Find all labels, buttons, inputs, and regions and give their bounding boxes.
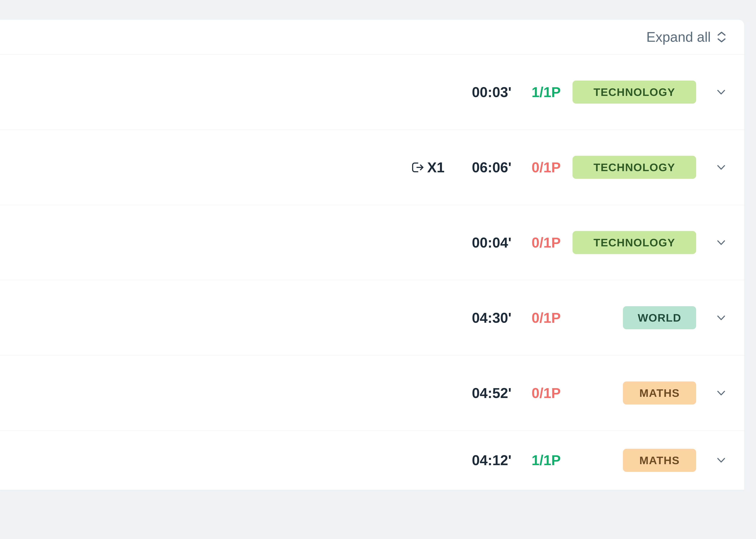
score-value: 0/1P	[523, 310, 561, 326]
time-value: 04:30'	[462, 310, 512, 326]
result-row[interactable]: 04:30' 0/1P WORLD	[0, 280, 744, 355]
time-value: 04:52'	[462, 385, 512, 401]
score-value: 0/1P	[523, 235, 561, 251]
result-row[interactable]: 04:12' 1/1P MATHS	[0, 431, 744, 490]
chevron-down-icon[interactable]	[716, 162, 726, 173]
score-value: 0/1P	[523, 385, 561, 401]
category-tag: TECHNOLOGY	[573, 156, 696, 179]
time-value: 04:12'	[462, 452, 512, 468]
category-tag: TECHNOLOGY	[573, 231, 696, 254]
result-row[interactable]: X1 06:06' 0/1P TECHNOLOGY	[0, 130, 744, 205]
results-panel: Expand all 00:03' 1/1P TECHNOLOGY X1 06:…	[0, 20, 744, 490]
expand-collapse-icon	[717, 31, 726, 43]
time-value: 00:03'	[462, 84, 512, 100]
expand-all-button[interactable]: Expand all	[646, 29, 726, 45]
result-row[interactable]: 00:04' 0/1P TECHNOLOGY	[0, 205, 744, 280]
score-value: 0/1P	[523, 159, 561, 176]
time-value: 06:06'	[462, 159, 512, 176]
panel-header: Expand all	[0, 20, 744, 54]
score-value: 1/1P	[523, 84, 561, 100]
score-value: 1/1P	[523, 452, 561, 468]
exit-count: X1	[427, 159, 445, 176]
expand-all-label: Expand all	[646, 29, 711, 45]
result-row[interactable]: 00:03' 1/1P TECHNOLOGY	[0, 54, 744, 130]
chevron-down-icon[interactable]	[716, 313, 726, 323]
chevron-down-icon[interactable]	[716, 87, 726, 98]
result-row[interactable]: 04:52' 0/1P MATHS	[0, 355, 744, 431]
time-value: 00:04'	[462, 235, 512, 251]
category-tag: TECHNOLOGY	[573, 81, 696, 104]
category-tag: MATHS	[623, 449, 696, 472]
category-tag: WORLD	[623, 306, 696, 329]
category-tag: MATHS	[623, 381, 696, 405]
chevron-down-icon[interactable]	[716, 388, 726, 398]
chevron-down-icon[interactable]	[716, 237, 726, 248]
exit-icon	[411, 160, 425, 175]
exit-indicator: X1	[411, 159, 445, 176]
chevron-down-icon[interactable]	[716, 455, 726, 466]
